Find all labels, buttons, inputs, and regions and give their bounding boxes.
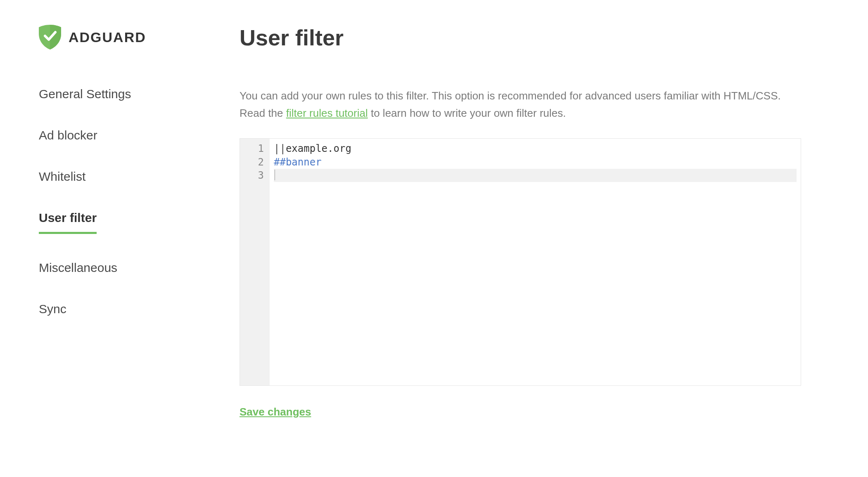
page-description: You can add your own rules to this filte… xyxy=(240,87,801,122)
text-cursor-icon xyxy=(275,170,275,180)
sidebar: ADGUARD General Settings Ad blocker Whit… xyxy=(33,25,206,418)
code-line: ##banner xyxy=(274,156,797,169)
sidebar-nav: General Settings Ad blocker Whitelist Us… xyxy=(39,87,206,316)
line-number: 2 xyxy=(250,156,264,169)
code-line: ||example.org xyxy=(274,142,797,155)
save-changes-button[interactable]: Save changes xyxy=(240,406,311,418)
sidebar-item-general-settings[interactable]: General Settings xyxy=(39,87,131,102)
sidebar-item-sync[interactable]: Sync xyxy=(39,302,66,316)
rule-body: banner xyxy=(286,156,322,168)
brand-name: ADGUARD xyxy=(69,29,146,45)
sidebar-item-miscellaneous[interactable]: Miscellaneous xyxy=(39,260,117,275)
editor-gutter: 1 2 3 xyxy=(240,139,270,385)
code-line xyxy=(274,169,797,182)
editor-code-area[interactable]: ||example.org ##banner xyxy=(270,139,801,385)
shield-check-icon xyxy=(39,25,61,50)
filter-editor[interactable]: 1 2 3 ||example.org ##banner xyxy=(240,138,801,386)
sidebar-item-ad-blocker[interactable]: Ad blocker xyxy=(39,128,97,143)
rule-prefix: ## xyxy=(274,156,286,168)
line-number: 1 xyxy=(250,142,264,155)
page-title: User filter xyxy=(240,25,801,50)
sidebar-item-whitelist[interactable]: Whitelist xyxy=(39,169,85,184)
main-content: User filter You can add your own rules t… xyxy=(240,25,801,418)
sidebar-item-user-filter[interactable]: User filter xyxy=(39,210,97,234)
brand-logo: ADGUARD xyxy=(39,25,206,50)
rule-body: example.org xyxy=(286,143,351,154)
line-number: 3 xyxy=(250,169,264,182)
filter-rules-tutorial-link[interactable]: filter rules tutorial xyxy=(286,107,368,119)
description-text-post: to learn how to write your own filter ru… xyxy=(368,107,566,119)
rule-prefix: || xyxy=(274,143,286,154)
